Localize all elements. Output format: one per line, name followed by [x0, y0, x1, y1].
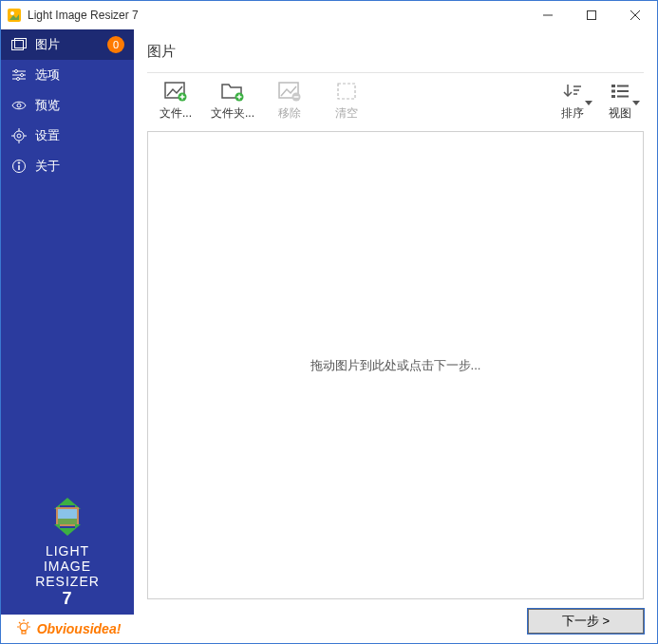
svg-point-15	[14, 131, 24, 141]
svg-point-29	[20, 623, 28, 631]
add-file-icon	[163, 81, 188, 102]
svg-rect-52	[611, 85, 615, 87]
chevron-down-icon	[585, 96, 592, 109]
svg-rect-55	[617, 90, 629, 92]
app-window: Light Image Resizer 7 图片 0	[0, 0, 658, 644]
svg-rect-54	[611, 90, 615, 93]
lightbulb-icon	[14, 618, 33, 640]
sidebar-item-preview[interactable]: 预览	[1, 90, 134, 121]
add-folder-button[interactable]: 文件夹...	[204, 81, 261, 122]
clear-button[interactable]: 清空	[318, 81, 375, 122]
next-button[interactable]: 下一步 >	[528, 609, 644, 634]
sort-icon	[560, 81, 585, 102]
svg-point-9	[15, 70, 18, 73]
add-folder-icon	[220, 81, 245, 102]
close-button[interactable]	[613, 1, 657, 29]
svg-line-34	[27, 622, 28, 624]
sidebar-item-label: 选项	[35, 66, 124, 84]
svg-rect-53	[617, 85, 629, 87]
images-count-badge: 0	[107, 36, 124, 53]
sidebar-item-label: 预览	[35, 97, 124, 114]
logo-text: LIGHT IMAGE RESIZER 7	[35, 543, 100, 609]
sidebar-item-images[interactable]: 图片 0	[1, 29, 134, 60]
sidebar-item-about[interactable]: 关于	[1, 151, 134, 181]
eye-icon	[10, 100, 28, 111]
sliders-icon	[10, 68, 28, 82]
svg-rect-46	[338, 84, 355, 99]
images-icon	[10, 38, 28, 51]
drop-hint: 拖动图片到此处或点击下一步...	[310, 357, 481, 374]
svg-point-16	[17, 134, 21, 138]
maximize-button[interactable]	[570, 1, 613, 29]
remove-button[interactable]: 移除	[261, 81, 318, 122]
add-files-button[interactable]: 文件...	[147, 81, 204, 122]
view-button[interactable]: 视图	[596, 81, 644, 122]
app-logo-icon	[45, 496, 90, 538]
sidebar-item-options[interactable]: 选项	[1, 60, 134, 90]
sidebar-item-settings[interactable]: 设置	[1, 121, 134, 151]
brand-name: Obviousidea!	[37, 621, 122, 636]
svg-point-11	[21, 74, 24, 77]
clear-icon	[334, 81, 359, 102]
window-controls	[526, 1, 657, 29]
remove-icon	[277, 81, 302, 102]
svg-marker-51	[585, 101, 592, 105]
svg-line-33	[19, 622, 21, 624]
svg-point-13	[17, 78, 20, 81]
svg-rect-57	[617, 96, 629, 98]
svg-rect-27	[58, 519, 77, 524]
sidebar-item-label: 设置	[35, 127, 124, 144]
svg-rect-35	[22, 631, 26, 634]
brand-footer[interactable]: Obviousidea!	[1, 615, 134, 643]
sidebar-logo: LIGHT IMAGE RESIZER 7	[1, 484, 134, 615]
sort-button[interactable]: 排序	[549, 81, 596, 122]
sidebar-item-label: 图片	[35, 36, 107, 53]
toolbar: 文件... 文件夹... 移除	[147, 72, 644, 122]
svg-rect-56	[611, 95, 615, 98]
info-icon	[10, 159, 28, 174]
drop-zone[interactable]: 拖动图片到此处或点击下一步...	[147, 131, 644, 599]
svg-point-1	[10, 11, 14, 15]
sidebar-item-label: 关于	[35, 158, 124, 175]
app-icon	[7, 8, 22, 23]
footer: 下一步 >	[147, 599, 644, 634]
svg-marker-58	[632, 101, 640, 105]
svg-point-14	[17, 104, 21, 107]
view-list-icon	[608, 81, 632, 102]
svg-point-23	[18, 162, 20, 164]
gear-icon	[10, 128, 28, 143]
titlebar: Light Image Resizer 7	[1, 1, 657, 29]
svg-rect-3	[588, 11, 596, 20]
main-panel: 图片 文件... 文件夹...	[134, 29, 657, 643]
window-title: Light Image Resizer 7	[28, 9, 526, 22]
minimize-button[interactable]	[526, 1, 570, 29]
sidebar: 图片 0 选项 预览 设置	[1, 29, 134, 643]
page-title: 图片	[147, 43, 644, 61]
chevron-down-icon	[632, 96, 640, 109]
